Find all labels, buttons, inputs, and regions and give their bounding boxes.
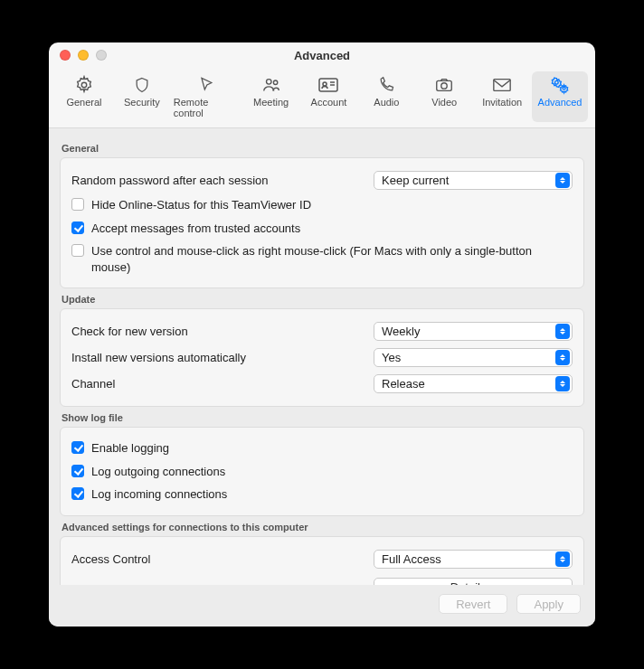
tab-label: Meeting (253, 97, 289, 108)
group-access: Access Control Full Access Details... (60, 536, 584, 585)
close-window-button[interactable] (60, 50, 71, 61)
ctrl-rightclick-checkbox[interactable] (71, 244, 84, 257)
tab-audio[interactable]: Audio (358, 71, 414, 122)
preferences-toolbar: General Security Remote control Meeting … (49, 68, 595, 128)
minimize-window-button[interactable] (78, 50, 89, 61)
gears-icon (549, 75, 571, 95)
window-title: Advanced (49, 49, 595, 62)
random-password-select[interactable]: Keep current (374, 171, 573, 190)
tab-account[interactable]: Account (301, 71, 357, 122)
section-header-access: Advanced settings for connections to thi… (62, 522, 582, 532)
svg-point-4 (323, 82, 327, 86)
access-control-select[interactable]: Full Access (374, 550, 573, 569)
check-version-label: Check for new version (71, 325, 365, 338)
tab-advanced[interactable]: Advanced (532, 71, 588, 122)
phone-icon (375, 75, 397, 95)
svg-point-8 (555, 80, 559, 84)
select-value: Full Access (382, 552, 555, 566)
tab-video[interactable]: Video (416, 71, 472, 122)
updown-icon (555, 376, 570, 391)
svg-point-0 (81, 82, 87, 88)
accept-trusted-messages-label: Accept messages from trusted accounts (91, 221, 300, 237)
svg-point-1 (266, 80, 271, 85)
shield-icon (131, 75, 153, 95)
id-card-icon (317, 75, 339, 95)
tab-meeting[interactable]: Meeting (243, 71, 299, 122)
check-version-select[interactable]: Weekly (374, 322, 573, 341)
group-update: Check for new version Weekly Install new… (60, 308, 584, 407)
tab-remote-control[interactable]: Remote control (172, 71, 242, 122)
select-value: Weekly (382, 325, 555, 338)
group-log: Enable logging Log outgoing connections … (60, 427, 584, 516)
updown-icon (555, 324, 570, 339)
install-auto-label: Install new versions automatically (71, 351, 365, 364)
tab-label: Audio (374, 97, 399, 108)
section-header-general: General (62, 143, 582, 154)
content-scroll[interactable]: General Random password after each sessi… (49, 128, 595, 585)
tab-general[interactable]: General (56, 71, 112, 122)
footer: Revert Apply (49, 585, 595, 627)
channel-select[interactable]: Release (374, 374, 573, 393)
section-header-log: Show log file (62, 412, 582, 423)
log-incoming-checkbox[interactable] (71, 487, 84, 500)
gear-icon (73, 75, 95, 95)
traffic-lights (49, 50, 107, 61)
section-header-update: Update (62, 294, 582, 305)
tab-label: Account (311, 97, 347, 108)
svg-rect-7 (494, 80, 510, 91)
access-details-button[interactable]: Details... (374, 578, 573, 585)
updown-icon (555, 551, 570, 567)
svg-point-2 (273, 80, 277, 84)
tab-label: Invitation (482, 97, 522, 108)
channel-label: Channel (71, 377, 365, 391)
people-icon (260, 75, 282, 95)
group-general: Random password after each session Keep … (60, 157, 584, 288)
log-incoming-label: Log incoming connections (91, 486, 227, 503)
camera-icon (433, 75, 455, 95)
svg-point-6 (441, 83, 447, 89)
tab-security[interactable]: Security (114, 71, 170, 122)
ctrl-rightclick-label: Use control and mouse-click as right mou… (91, 243, 573, 275)
random-password-label: Random password after each session (71, 174, 365, 187)
titlebar: Advanced (49, 42, 595, 68)
log-outgoing-checkbox[interactable] (71, 465, 84, 477)
tab-invitation[interactable]: Invitation (474, 71, 530, 122)
tab-label: Advanced (538, 97, 582, 108)
select-value: Keep current (382, 174, 555, 187)
tab-label: General (66, 97, 101, 108)
enable-logging-checkbox[interactable] (71, 441, 84, 454)
tab-label: Remote control (174, 97, 240, 118)
log-outgoing-label: Log outgoing connections (91, 464, 225, 480)
revert-button[interactable]: Revert (439, 594, 507, 614)
envelope-icon (491, 75, 513, 95)
apply-button[interactable]: Apply (516, 594, 581, 614)
hide-online-status-checkbox[interactable] (71, 198, 84, 211)
updown-icon (555, 350, 570, 365)
select-value: Release (382, 377, 555, 391)
select-value: Yes (382, 351, 555, 364)
tab-label: Security (124, 97, 160, 108)
zoom-window-button[interactable] (96, 50, 107, 61)
cursor-icon (195, 75, 217, 95)
accept-trusted-messages-checkbox[interactable] (71, 221, 84, 234)
preferences-window: Advanced General Security Remote control… (49, 42, 595, 627)
svg-point-9 (563, 87, 565, 90)
hide-online-status-label: Hide Online-Status for this TeamViewer I… (91, 197, 311, 213)
access-control-label: Access Control (71, 552, 365, 566)
enable-logging-label: Enable logging (91, 440, 169, 457)
tab-label: Video (431, 97, 457, 108)
install-auto-select[interactable]: Yes (374, 348, 573, 367)
updown-icon (555, 173, 570, 188)
